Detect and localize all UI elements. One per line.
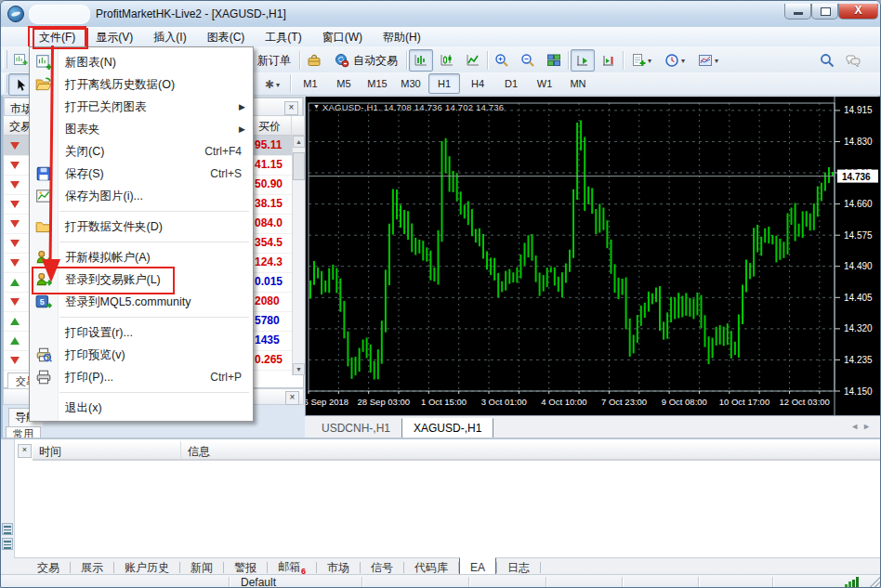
timeframe-m5[interactable]: M5 (328, 73, 360, 94)
file-menu-item[interactable]: 打印设置(r)... (30, 321, 253, 344)
navigator-close-icon[interactable]: × (285, 391, 299, 405)
market-watch-close-icon[interactable]: × (284, 101, 298, 115)
menu-separator (30, 207, 253, 216)
arrow-down-icon (10, 298, 20, 306)
svg-text:10 Oct 17:00: 10 Oct 17:00 (719, 397, 769, 407)
tab-scroll-arrows[interactable]: ◄► (850, 422, 874, 431)
market-watch-scrollbar[interactable]: ▲ ▼ (292, 136, 306, 375)
status-separator (468, 577, 469, 588)
timeframe-m1[interactable]: M1 (295, 73, 326, 94)
zoom-out-button[interactable] (516, 49, 540, 72)
menu-item-f[interactable]: 文件(F) (29, 27, 85, 47)
file-menu-item[interactable]: 新图表(N) (30, 51, 253, 73)
resize-grip[interactable] (869, 577, 880, 588)
toolbar-grip[interactable] (3, 74, 7, 93)
file-menu-item[interactable]: 关闭(C)Ctrl+F4 (30, 140, 253, 163)
file-menu-item[interactable]: 登录到交易账户(L) (30, 268, 253, 291)
menu-item-label: 打开离线历史数据(O) (65, 77, 175, 93)
close-button[interactable]: X (838, 4, 878, 20)
menu-item-t[interactable]: 工具(T) (255, 27, 311, 47)
search-button[interactable] (815, 49, 839, 72)
chart-window[interactable]: 14.91514.83014.74514.66014.57514.49014.4… (305, 97, 881, 415)
minimize-button[interactable] (784, 4, 811, 20)
file-menu-item[interactable]: 打开离线历史数据(O) (30, 73, 253, 96)
search-icon (820, 53, 835, 68)
title-bar: ProfitMarketHK-Live2 - [XAGUSD-,H1] X (1, 1, 880, 27)
menu-item-label: 保存为图片(i)... (65, 189, 143, 204)
step-forward-button[interactable] (571, 49, 595, 72)
zoom-in-button[interactable] (490, 49, 514, 72)
periods-clock-button[interactable]: ▾ (659, 49, 690, 72)
file-menu-item[interactable]: 保存(S)Ctrl+S (30, 163, 253, 185)
timeframe-h1[interactable]: H1 (428, 73, 460, 94)
restore-button[interactable] (811, 4, 838, 20)
chart-candles-button[interactable] (435, 49, 459, 72)
timeframe-h4[interactable]: H4 (462, 73, 493, 94)
svg-text:1 Oct 15:00: 1 Oct 15:00 (421, 397, 467, 407)
chart-tab-usdcnhh1[interactable]: USDCNH-,H1 (310, 419, 401, 438)
arrow-down-icon (10, 357, 20, 364)
docked-panel-icon[interactable] (2, 538, 13, 550)
indicators-button[interactable]: ▾ (625, 49, 657, 72)
new-order-label: 新订单 (257, 53, 291, 69)
file-menu-dropdown: 新图表(N)打开离线历史数据(O)打开已关闭图表▶图表夹▶关闭(C)Ctrl+F… (29, 46, 254, 422)
docked-panel-icon[interactable] (2, 523, 13, 535)
menu-item-c[interactable]: 图表(C) (197, 27, 256, 47)
step-end-button[interactable] (597, 49, 621, 72)
file-menu-item[interactable]: 打印预览(v) (30, 344, 253, 366)
chart-tab-xagusdh1[interactable]: XAGUSD-,H1 (401, 418, 493, 439)
scroll-up-icon[interactable]: ▲ (293, 136, 305, 148)
timeframe-d1[interactable]: D1 (495, 73, 527, 94)
minimize-icon (794, 12, 803, 15)
scrollbar-thumb[interactable] (293, 152, 305, 180)
chart-line-button[interactable] (461, 49, 485, 72)
terminal-close-icon[interactable]: × (18, 444, 32, 458)
file-menu-item[interactable]: 图表夹▶ (30, 118, 253, 140)
chart-ohlc-text: XAGUSD-,H1. 14.708 14.736 14.702 14.736 (322, 102, 504, 112)
svg-text:26 Sep 2018: 26 Sep 2018 (306, 397, 348, 407)
menu-item-label: 开新模拟帐户(A) (65, 250, 151, 266)
status-separator (698, 577, 699, 588)
toolbar-grip[interactable] (3, 50, 7, 69)
chart-bars-button[interactable] (409, 49, 433, 72)
file-menu-item[interactable]: 退出(x) (30, 397, 253, 419)
terminal-panel: × 时间 信息 交易展示账户历史新闻警报邮箱6市场信号代码库EA日志 (1, 438, 881, 574)
bid-price: 0.265 (255, 353, 283, 366)
templates-button[interactable]: ▾ (692, 49, 724, 72)
svg-text:14.490: 14.490 (844, 261, 873, 271)
menu-item-i[interactable]: 插入(I) (143, 27, 196, 47)
timeframe-w1[interactable]: W1 (529, 73, 560, 94)
file-menu-item[interactable]: 开新模拟帐户(A) (30, 246, 253, 268)
timeframe-mn[interactable]: MN (562, 73, 594, 94)
app-logo-icon (7, 6, 24, 22)
column-header-bid[interactable]: 买价 (253, 116, 292, 136)
file-menu-item[interactable]: 保存为图片(i)... (30, 185, 253, 207)
menu-item-label: 打印预览(v) (65, 347, 125, 363)
news-button[interactable] (302, 49, 326, 72)
price-chart[interactable]: 14.91514.83014.74514.66014.57514.49014.4… (306, 97, 881, 415)
tile-windows-button[interactable] (542, 49, 566, 72)
menu-item-v[interactable]: 显示(V) (85, 27, 143, 47)
file-menu-item[interactable]: 打开数据文件夹(D) (30, 216, 253, 238)
application-window: ProfitMarketHK-Live2 - [XAGUSD-,H1] X 文件… (0, 0, 881, 588)
menu-item-w[interactable]: 窗口(W) (312, 27, 373, 47)
crosshair-icon: ✱ (265, 78, 274, 91)
scroll-down-icon[interactable]: ▼ (293, 363, 305, 375)
save-picture-icon (35, 188, 52, 204)
status-separator (362, 577, 362, 588)
menu-bar: 文件(F)显示(V)插入(I)图表(C)工具(T)窗口(W)帮助(H) _ □ … (1, 27, 880, 47)
toolbar-separator (568, 51, 569, 70)
menu-item-label: 新图表(N) (65, 55, 116, 71)
crosshair-group-button[interactable]: ✱▾ (256, 73, 289, 96)
svg-text:9 Oct 08:00: 9 Oct 08:00 (662, 397, 707, 407)
status-separator (622, 577, 623, 588)
menu-item-h[interactable]: 帮助(H) (373, 27, 431, 47)
file-menu-item[interactable]: 打印(P)...Ctrl+P (30, 366, 253, 388)
auto-trading-button[interactable]: 自动交易 (328, 49, 404, 72)
file-menu-item[interactable]: 打开已关闭图表▶ (30, 96, 253, 118)
timeframe-m30[interactable]: M30 (395, 73, 427, 94)
status-separator (229, 577, 230, 588)
toolbar-separator (406, 51, 407, 70)
chat-button[interactable] (841, 49, 865, 72)
timeframe-m15[interactable]: M15 (362, 73, 393, 94)
